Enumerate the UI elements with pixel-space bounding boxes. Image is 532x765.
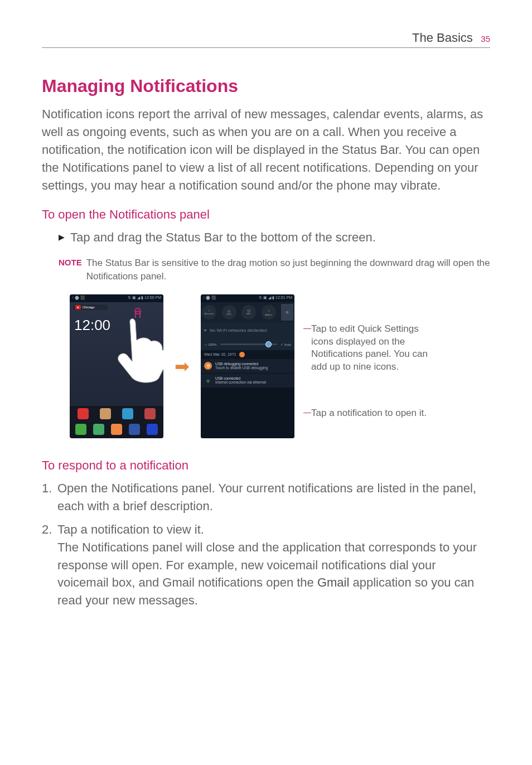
dock-app-icon xyxy=(100,408,111,419)
subheading-respond: To respond to a notification xyxy=(42,458,490,473)
status-right: ⇅ ▣ ◢ ▮ 12:01 PM xyxy=(259,296,292,301)
messaging-icon xyxy=(111,424,122,435)
dock-app-icon xyxy=(122,408,133,419)
page: The Basics 35 Managing Notifications Not… xyxy=(0,0,532,648)
bullet-text: Tap and drag the Status Bar to the botto… xyxy=(70,229,376,246)
status-left: ↑ ⬤ ⬛ xyxy=(72,296,85,301)
qs-bluetooth-icon: ○Bluetooth xyxy=(202,305,216,319)
status-bar: ↑ ⬤ ⬛ ⇅ ▣ ◢ ▮ 12:01 PM xyxy=(201,294,294,302)
usb-debug-icon: ⚙ xyxy=(204,362,212,370)
step-number: 2. xyxy=(42,521,54,609)
slider-thumb xyxy=(265,341,272,347)
notification-text: USB connected Internet connection via et… xyxy=(215,376,266,384)
callout-text: Tap to edit Quick Settings icons display… xyxy=(311,323,439,374)
phone-icon xyxy=(75,424,86,435)
callout-text: Tap a notification to open it. xyxy=(311,407,427,420)
figure-notifications-panel: ↑ ⬤ ⬛ ⇅ ▣ ◢ ▮ 12:01 PM ○Bluetooth ◎GPS •… xyxy=(201,294,294,438)
arrow-right-icon: ➡ xyxy=(175,356,190,377)
chapter-title: The Basics xyxy=(412,31,473,45)
page-header: The Basics 35 xyxy=(42,31,490,48)
status-right: ⇅ ▣ ◢ ▮ 12:00 PM xyxy=(128,296,161,301)
brightness-slider xyxy=(220,343,278,345)
callouts-column: Tap to edit Quick Settings icons display… xyxy=(303,313,439,420)
dock-app-icon xyxy=(144,408,156,419)
status-bar: ↑ ⬤ ⬛ ⇅ ▣ ◢ ▮ 12:00 PM xyxy=(70,294,163,302)
notification-item: ⚙ USB debugging connected Touch to disab… xyxy=(201,359,294,374)
contacts-icon xyxy=(93,424,104,435)
step-number: 1. xyxy=(42,480,54,515)
drag-hand-icon xyxy=(108,307,163,385)
callout-open-notification: Tap a notification to open it. xyxy=(303,407,439,420)
page-number: 35 xyxy=(481,34,490,43)
figure-row: ↑ ⬤ ⬛ ⇅ ▣ ◢ ▮ 12:00 PM ●Chicago 12:00 xyxy=(70,294,490,438)
qs-edit-button: ≡ xyxy=(281,304,293,321)
wifi-status-row: ▾ No Wi-Fi networks dectected xyxy=(201,322,294,339)
panel-background xyxy=(201,388,294,438)
brightness-auto: ✓ Auto xyxy=(280,342,291,346)
wifi-icon: ▾ xyxy=(204,328,206,333)
callout-quick-settings: Tap to edit Quick Settings icons display… xyxy=(303,323,439,374)
note-text: The Status Bar is sensitive to the drag … xyxy=(86,256,490,283)
main-heading: Managing Notifications xyxy=(42,76,490,96)
qs-gps-icon: ◎GPS xyxy=(222,305,236,319)
status-left: ↑ ⬤ ⬛ xyxy=(203,296,216,301)
weather-widget: ●Chicago xyxy=(73,304,108,310)
app-dock xyxy=(70,406,163,438)
quick-settings-row: ○Bluetooth ◎GPS •))NFC ＋AddItm ≡ xyxy=(201,302,294,322)
note-label: NOTE xyxy=(59,258,82,283)
notification-text: USB debugging connected Touch to disable… xyxy=(215,362,268,370)
notification-item: ψ USB connected Internet connection via … xyxy=(201,374,294,388)
clock-widget: 12:00 xyxy=(74,317,110,334)
figure-home-screen: ↑ ⬤ ⬛ ⇅ ▣ ◢ ▮ 12:00 PM ●Chicago 12:00 xyxy=(70,294,163,438)
usb-connected-icon: ψ xyxy=(204,376,212,384)
step-text: Tap a notification to view it. The Notif… xyxy=(57,521,490,609)
wifi-text: No Wi-Fi networks dectected xyxy=(210,328,267,333)
note-block: NOTE The Status Bar is sensitive to the … xyxy=(59,256,490,283)
clear-icon xyxy=(239,352,245,357)
step-1: 1. Open the Notifications panel. Your cu… xyxy=(42,480,490,515)
brightness-label: ☼ 100% xyxy=(204,343,217,346)
callout-leader-line xyxy=(303,328,311,329)
bullet-item: ▶ Tap and drag the Status Bar to the bot… xyxy=(59,229,490,246)
subheading-open-panel: To open the Notifications panel xyxy=(42,207,490,222)
callout-leader-line xyxy=(303,413,311,413)
step-2: 2. Tap a notification to view it. The No… xyxy=(42,521,490,609)
dock-app-icon xyxy=(78,408,89,419)
step-text: Open the Notifications panel. Your curre… xyxy=(57,480,490,515)
brightness-row: ☼ 100% ✓ Auto xyxy=(201,339,294,350)
bullet-icon: ▶ xyxy=(59,233,65,246)
qs-add-icon: ＋AddItm xyxy=(262,305,276,319)
browser-icon xyxy=(129,424,140,435)
date-text: Wed Mar 10, 1971 xyxy=(204,352,236,356)
date-row: Wed Mar 10, 1971 xyxy=(201,350,294,359)
intro-paragraph: Notification icons report the arrival of… xyxy=(42,105,490,194)
apps-icon xyxy=(147,424,158,435)
qs-nfc-icon: •))NFC xyxy=(241,305,256,319)
